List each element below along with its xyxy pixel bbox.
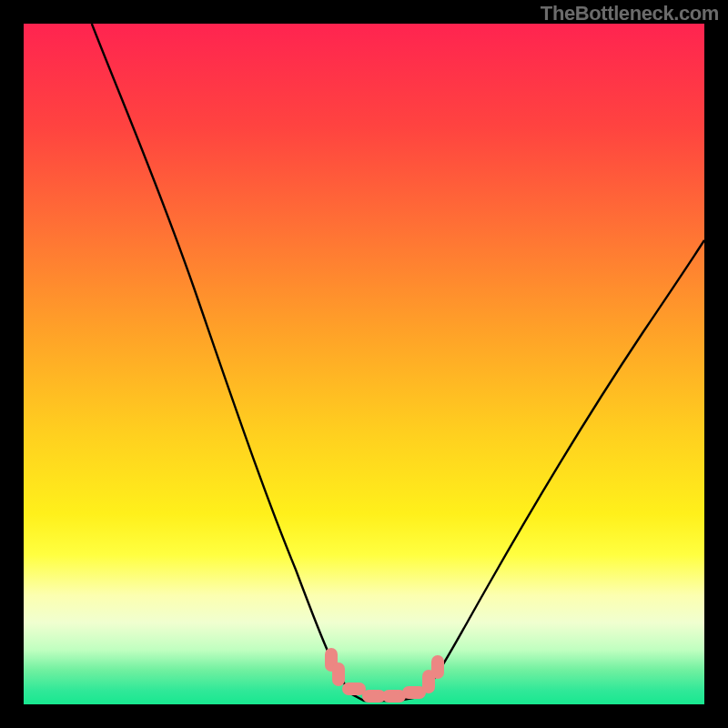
chart-overlay-svg (24, 24, 704, 704)
min-region-markers (325, 648, 444, 703)
svg-rect-8 (431, 655, 444, 679)
bottleneck-curve (92, 24, 704, 701)
svg-rect-3 (342, 682, 366, 695)
svg-rect-2 (332, 662, 345, 686)
watermark-text: TheBottleneck.com (541, 2, 719, 25)
